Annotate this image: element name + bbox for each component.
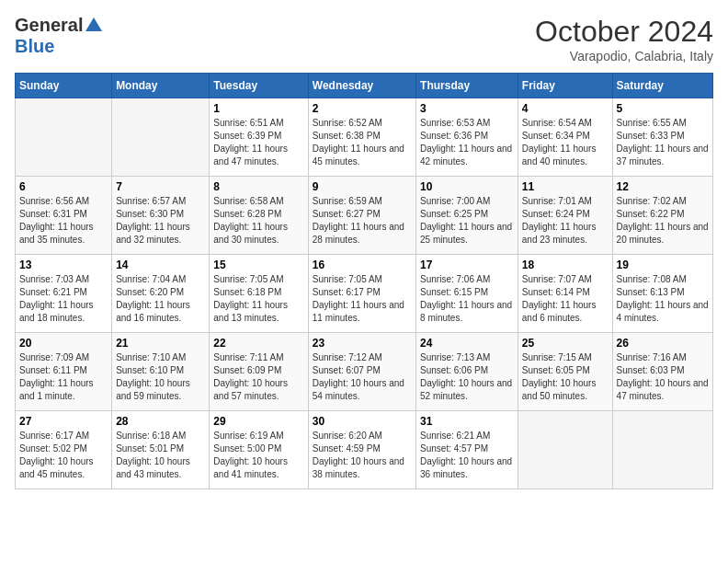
header-day-monday: Monday	[112, 74, 210, 98]
calendar-cell: 18Sunrise: 7:07 AM Sunset: 6:14 PM Dayli…	[518, 255, 612, 333]
day-info: Sunrise: 7:07 AM Sunset: 6:14 PM Dayligh…	[522, 273, 609, 325]
calendar-cell: 2Sunrise: 6:52 AM Sunset: 6:38 PM Daylig…	[308, 98, 415, 177]
calendar-cell: 7Sunrise: 6:57 AM Sunset: 6:30 PM Daylig…	[112, 177, 210, 255]
day-number: 9	[313, 180, 412, 193]
day-number: 25	[522, 337, 609, 350]
day-number: 12	[617, 180, 709, 193]
day-info: Sunrise: 7:00 AM Sunset: 6:25 PM Dayligh…	[420, 195, 514, 247]
calendar-cell: 22Sunrise: 7:11 AM Sunset: 6:09 PM Dayli…	[210, 333, 308, 411]
calendar-cell: 14Sunrise: 7:04 AM Sunset: 6:20 PM Dayli…	[112, 255, 210, 333]
day-info: Sunrise: 6:53 AM Sunset: 6:36 PM Dayligh…	[420, 117, 514, 168]
day-info: Sunrise: 7:02 AM Sunset: 6:22 PM Dayligh…	[617, 195, 709, 247]
calendar-cell: 11Sunrise: 7:01 AM Sunset: 6:24 PM Dayli…	[518, 177, 612, 255]
calendar-cell	[112, 98, 210, 177]
week-row-1: 1Sunrise: 6:51 AM Sunset: 6:39 PM Daylig…	[16, 98, 713, 177]
calendar-cell	[518, 411, 612, 489]
day-number: 17	[420, 259, 514, 271]
day-info: Sunrise: 6:54 AM Sunset: 6:34 PM Dayligh…	[522, 117, 609, 168]
day-number: 5	[617, 102, 709, 115]
day-number: 4	[522, 102, 609, 115]
day-number: 29	[213, 415, 303, 428]
header-day-thursday: Thursday	[416, 74, 518, 98]
calendar-cell: 16Sunrise: 7:05 AM Sunset: 6:17 PM Dayli…	[308, 255, 415, 333]
day-info: Sunrise: 6:57 AM Sunset: 6:30 PM Dayligh…	[116, 195, 205, 247]
header-day-sunday: Sunday	[16, 74, 112, 98]
day-info: Sunrise: 7:05 AM Sunset: 6:18 PM Dayligh…	[213, 273, 303, 325]
month-title: October 2024	[535, 15, 713, 49]
calendar-cell: 25Sunrise: 7:15 AM Sunset: 6:05 PM Dayli…	[518, 333, 612, 411]
calendar-cell: 30Sunrise: 6:20 AM Sunset: 4:59 PM Dayli…	[308, 411, 415, 489]
calendar-cell: 20Sunrise: 7:09 AM Sunset: 6:11 PM Dayli…	[16, 333, 112, 411]
page-header: General Blue October 2024 Varapodio, Cal…	[15, 15, 713, 63]
day-info: Sunrise: 6:55 AM Sunset: 6:33 PM Dayligh…	[617, 117, 709, 168]
day-number: 11	[522, 180, 609, 193]
day-number: 8	[213, 180, 303, 193]
logo-triangle-icon	[85, 17, 102, 31]
calendar-header: SundayMondayTuesdayWednesdayThursdayFrid…	[16, 74, 713, 98]
calendar-cell: 23Sunrise: 7:12 AM Sunset: 6:07 PM Dayli…	[308, 333, 415, 411]
day-info: Sunrise: 7:04 AM Sunset: 6:20 PM Dayligh…	[116, 273, 205, 325]
day-number: 15	[213, 259, 303, 271]
day-info: Sunrise: 7:16 AM Sunset: 6:03 PM Dayligh…	[617, 351, 709, 403]
day-info: Sunrise: 7:08 AM Sunset: 6:13 PM Dayligh…	[617, 273, 709, 325]
calendar-cell	[612, 411, 712, 489]
day-info: Sunrise: 6:52 AM Sunset: 6:38 PM Dayligh…	[313, 117, 412, 168]
calendar-cell: 27Sunrise: 6:17 AM Sunset: 5:02 PM Dayli…	[16, 411, 112, 489]
calendar-cell: 15Sunrise: 7:05 AM Sunset: 6:18 PM Dayli…	[210, 255, 308, 333]
calendar-cell: 12Sunrise: 7:02 AM Sunset: 6:22 PM Dayli…	[612, 177, 712, 255]
day-number: 14	[116, 259, 205, 271]
day-number: 1	[213, 102, 303, 115]
day-number: 7	[116, 180, 205, 193]
logo: General Blue	[15, 15, 102, 57]
calendar-cell	[16, 98, 112, 177]
day-info: Sunrise: 6:51 AM Sunset: 6:39 PM Dayligh…	[213, 117, 303, 168]
calendar-cell: 21Sunrise: 7:10 AM Sunset: 6:10 PM Dayli…	[112, 333, 210, 411]
day-number: 3	[420, 102, 514, 115]
day-number: 26	[617, 337, 709, 350]
day-info: Sunrise: 7:13 AM Sunset: 6:06 PM Dayligh…	[420, 351, 514, 403]
day-number: 6	[19, 180, 108, 193]
logo-general-text: General	[15, 15, 83, 36]
calendar-cell: 4Sunrise: 6:54 AM Sunset: 6:34 PM Daylig…	[518, 98, 612, 177]
day-number: 2	[313, 102, 412, 115]
day-info: Sunrise: 6:59 AM Sunset: 6:27 PM Dayligh…	[313, 195, 412, 247]
week-row-5: 27Sunrise: 6:17 AM Sunset: 5:02 PM Dayli…	[16, 411, 713, 489]
day-info: Sunrise: 7:15 AM Sunset: 6:05 PM Dayligh…	[522, 351, 609, 403]
calendar-cell: 26Sunrise: 7:16 AM Sunset: 6:03 PM Dayli…	[612, 333, 712, 411]
calendar-cell: 24Sunrise: 7:13 AM Sunset: 6:06 PM Dayli…	[416, 333, 518, 411]
day-info: Sunrise: 6:20 AM Sunset: 4:59 PM Dayligh…	[313, 430, 412, 481]
day-number: 21	[116, 337, 205, 350]
day-number: 30	[313, 415, 412, 428]
calendar-cell: 5Sunrise: 6:55 AM Sunset: 6:33 PM Daylig…	[612, 98, 712, 177]
location-subtitle: Varapodio, Calabria, Italy	[535, 49, 713, 63]
day-number: 27	[19, 415, 108, 428]
day-info: Sunrise: 6:18 AM Sunset: 5:01 PM Dayligh…	[116, 430, 205, 481]
day-info: Sunrise: 7:09 AM Sunset: 6:11 PM Dayligh…	[19, 351, 108, 403]
header-day-friday: Friday	[518, 74, 612, 98]
calendar-body: 1Sunrise: 6:51 AM Sunset: 6:39 PM Daylig…	[16, 98, 713, 489]
day-number: 23	[313, 337, 412, 350]
header-day-tuesday: Tuesday	[210, 74, 308, 98]
day-number: 10	[420, 180, 514, 193]
title-section: October 2024 Varapodio, Calabria, Italy	[535, 15, 713, 63]
day-info: Sunrise: 6:19 AM Sunset: 5:00 PM Dayligh…	[213, 430, 303, 481]
day-number: 31	[420, 415, 514, 428]
calendar-cell: 3Sunrise: 6:53 AM Sunset: 6:36 PM Daylig…	[416, 98, 518, 177]
day-number: 28	[116, 415, 205, 428]
calendar-cell: 17Sunrise: 7:06 AM Sunset: 6:15 PM Dayli…	[416, 255, 518, 333]
calendar-cell: 10Sunrise: 7:00 AM Sunset: 6:25 PM Dayli…	[416, 177, 518, 255]
day-info: Sunrise: 6:17 AM Sunset: 5:02 PM Dayligh…	[19, 430, 108, 481]
day-number: 16	[313, 259, 412, 271]
calendar-cell: 1Sunrise: 6:51 AM Sunset: 6:39 PM Daylig…	[210, 98, 308, 177]
day-number: 24	[420, 337, 514, 350]
day-info: Sunrise: 7:10 AM Sunset: 6:10 PM Dayligh…	[116, 351, 205, 403]
calendar-cell: 28Sunrise: 6:18 AM Sunset: 5:01 PM Dayli…	[112, 411, 210, 489]
day-number: 22	[213, 337, 303, 350]
day-number: 19	[617, 259, 709, 271]
calendar-table: SundayMondayTuesdayWednesdayThursdayFrid…	[15, 73, 713, 489]
calendar-cell: 13Sunrise: 7:03 AM Sunset: 6:21 PM Dayli…	[16, 255, 112, 333]
calendar-cell: 8Sunrise: 6:58 AM Sunset: 6:28 PM Daylig…	[210, 177, 308, 255]
logo-blue-text: Blue	[15, 36, 54, 56]
header-row: SundayMondayTuesdayWednesdayThursdayFrid…	[16, 74, 713, 98]
header-day-saturday: Saturday	[612, 74, 712, 98]
